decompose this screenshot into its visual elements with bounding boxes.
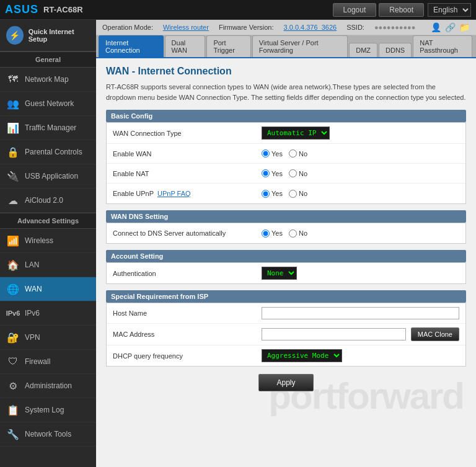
sidebar-item-vpn[interactable]: 🔐 VPN xyxy=(0,326,96,350)
reboot-button[interactable]: Reboot xyxy=(379,3,424,17)
apply-button[interactable]: Apply xyxy=(258,374,313,391)
settings-icon[interactable]: 📁 xyxy=(459,22,470,32)
aicloud-label: AiCloud 2.0 xyxy=(25,196,63,205)
firewall-label: Firewall xyxy=(25,357,50,366)
connect-dns-yes-radio[interactable] xyxy=(262,229,270,238)
basic-config-header: Basic Config xyxy=(106,110,466,122)
sidebar-item-network-map[interactable]: 🗺 Network Map xyxy=(0,68,96,92)
network-icon[interactable]: 🔗 xyxy=(445,22,456,32)
language-select[interactable]: English xyxy=(428,3,471,17)
wan-dns-body: Connect to DNS Server automatically Yes … xyxy=(106,223,466,244)
mac-clone-button[interactable]: MAC Clone xyxy=(411,327,459,341)
dhcp-control: Aggressive Mode Normal Mode xyxy=(262,349,459,362)
connect-dns-row: Connect to DNS Server automatically Yes … xyxy=(107,223,465,243)
connect-dns-yes[interactable]: Yes xyxy=(262,229,283,238)
enable-wan-no[interactable]: No xyxy=(289,149,307,158)
enable-nat-label: Enable NAT xyxy=(113,170,262,177)
sidebar-item-administration[interactable]: ⚙ Administration xyxy=(0,374,96,398)
enable-wan-radio-group: Yes No xyxy=(262,149,307,158)
sidebar-item-parental-controls[interactable]: 🔒 Parental Controls xyxy=(0,140,96,164)
enable-upnp-label: Enable UPnP UPnP FAQ xyxy=(113,190,262,197)
enable-wan-yes[interactable]: Yes xyxy=(262,149,283,158)
wan-connection-type-select[interactable]: Automatic IP PPPoE PPTP L2TP Static IP xyxy=(262,127,330,140)
connect-dns-no[interactable]: No xyxy=(289,229,307,238)
operation-value[interactable]: Wireless router xyxy=(163,24,209,31)
tab-nat-passthrough[interactable]: NAT Passthrough xyxy=(413,35,472,57)
quick-internet-setup[interactable]: ⚡ Quick Internet Setup xyxy=(0,20,96,51)
user-icon[interactable]: 👤 xyxy=(431,22,441,32)
administration-label: Administration xyxy=(25,381,72,390)
connect-dns-control: Yes No xyxy=(262,229,459,238)
enable-upnp-no-radio[interactable] xyxy=(289,190,297,198)
parental-controls-icon: 🔒 xyxy=(6,145,20,159)
basic-config-body: WAN Connection Type Automatic IP PPPoE P… xyxy=(106,122,466,204)
wan-dns-section: WAN DNS Setting Connect to DNS Server au… xyxy=(106,210,466,244)
tab-ddns[interactable]: DDNS xyxy=(379,43,412,57)
enable-upnp-no[interactable]: No xyxy=(289,190,307,198)
account-setting-header: Account Setting xyxy=(106,250,466,262)
traffic-manager-label: Traffic Manager xyxy=(25,123,76,132)
sidebar-item-network-tools[interactable]: 🔧 Network Tools xyxy=(0,422,96,447)
operation-label: Operation Mode: xyxy=(102,24,153,31)
enable-upnp-yes[interactable]: Yes xyxy=(262,190,283,198)
sidebar-item-wireless[interactable]: 📶 Wireless xyxy=(0,229,96,253)
ipv6-label: IPv6 xyxy=(25,309,40,318)
logout-button[interactable]: Logout xyxy=(333,3,377,17)
upnp-faq-link[interactable]: UPnP FAQ xyxy=(157,190,191,197)
system-log-icon: 📋 xyxy=(6,403,20,417)
model-name: RT-AC68R xyxy=(43,5,83,14)
administration-icon: ⚙ xyxy=(6,379,20,393)
firmware-label: Firmware Version: xyxy=(219,24,274,31)
guest-network-label: Guest Network xyxy=(25,99,74,108)
enable-nat-yes[interactable]: Yes xyxy=(262,169,283,177)
enable-nat-no[interactable]: No xyxy=(289,169,307,177)
enable-wan-label: Enable WAN xyxy=(113,150,262,158)
sidebar-item-usb-application[interactable]: 🔌 USB Application xyxy=(0,164,96,189)
vpn-label: VPN xyxy=(25,333,40,342)
authentication-select[interactable]: None PAP CHAP xyxy=(262,267,297,280)
firmware-value[interactable]: 3.0.0.4.376_3626 xyxy=(284,24,337,31)
ssid-value: ●●●●●●●●●● xyxy=(374,24,415,31)
wan-icon: 🌐 xyxy=(6,282,20,296)
host-name-label: Host Name xyxy=(113,309,262,317)
enable-wan-yes-radio[interactable] xyxy=(262,149,270,158)
enable-nat-yes-radio[interactable] xyxy=(262,169,270,177)
account-setting-section: Account Setting Authentication None PAP … xyxy=(106,250,466,284)
sidebar-item-lan[interactable]: 🏠 LAN xyxy=(0,253,96,277)
sidebar-item-ipv6[interactable]: IPv6 IPv6 xyxy=(0,301,96,326)
network-tools-label: Network Tools xyxy=(25,430,71,438)
sidebar-item-wan[interactable]: 🌐 WAN xyxy=(0,277,96,301)
host-name-input[interactable] xyxy=(262,307,459,319)
connect-dns-radio-group: Yes No xyxy=(262,229,307,238)
wan-connection-type-control: Automatic IP PPPoE PPTP L2TP Static IP xyxy=(262,127,459,140)
sidebar-item-guest-network[interactable]: 👥 Guest Network xyxy=(0,92,96,116)
lan-icon: 🏠 xyxy=(6,258,20,272)
sidebar-item-firewall[interactable]: 🛡 Firewall xyxy=(0,350,96,374)
mac-address-label: MAC Address xyxy=(113,331,262,338)
dhcp-select[interactable]: Aggressive Mode Normal Mode xyxy=(262,349,342,362)
tab-port-trigger[interactable]: Port Trigger xyxy=(206,35,250,57)
firewall-icon: 🛡 xyxy=(6,355,20,368)
sidebar-item-traffic-manager[interactable]: 📊 Traffic Manager xyxy=(0,116,96,140)
enable-wan-no-radio[interactable] xyxy=(289,149,297,158)
sidebar-item-system-log[interactable]: 📋 System Log xyxy=(0,398,96,422)
dhcp-row: DHCP query frequency Aggressive Mode Nor… xyxy=(107,345,465,366)
special-req-body: Host Name MAC Address MAC Clone DHCP xyxy=(106,303,466,367)
tab-dmz[interactable]: DMZ xyxy=(349,43,377,57)
tab-internet-connection[interactable]: Internet Connection xyxy=(99,35,164,57)
special-req-header: Special Requirement from ISP xyxy=(106,290,466,303)
wireless-label: Wireless xyxy=(25,236,53,245)
enable-nat-no-radio[interactable] xyxy=(289,169,297,177)
mac-address-control: MAC Clone xyxy=(262,327,459,341)
usb-application-label: USB Application xyxy=(25,172,78,180)
host-name-row: Host Name xyxy=(107,303,465,324)
page-title: WAN - Internet Connection xyxy=(106,66,466,77)
tab-virtual-server[interactable]: Virtual Server / Port Forwarding xyxy=(252,35,348,57)
connect-dns-no-radio[interactable] xyxy=(289,229,297,238)
enable-upnp-yes-radio[interactable] xyxy=(262,190,270,198)
tab-dual-wan[interactable]: Dual WAN xyxy=(165,35,206,57)
enable-upnp-row: Enable UPnP UPnP FAQ Yes xyxy=(107,184,465,203)
mac-address-input[interactable] xyxy=(262,328,406,340)
sidebar-item-aicloud[interactable]: ☁ AiCloud 2.0 xyxy=(0,189,96,213)
connect-dns-label: Connect to DNS Server automatically xyxy=(113,229,262,237)
